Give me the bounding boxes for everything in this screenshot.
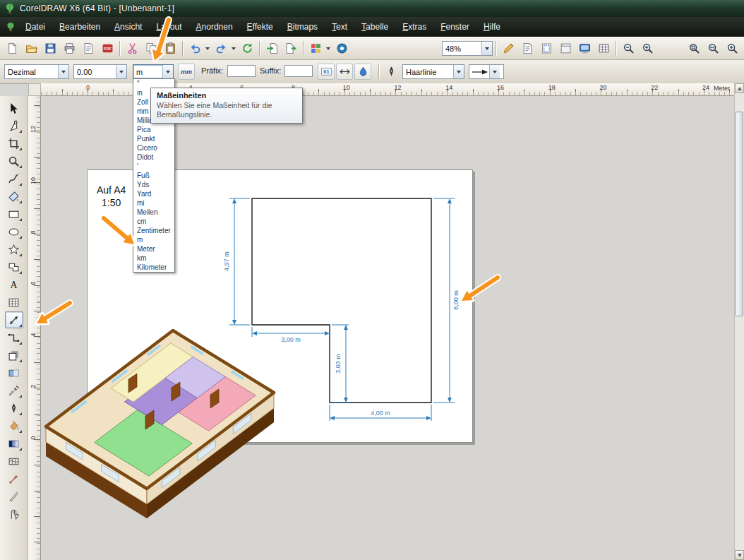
unit-option-17[interactable]: m — [133, 235, 174, 244]
tool-drop-shadow[interactable] — [5, 347, 23, 364]
floor-plan-outline[interactable] — [252, 198, 431, 403]
outline-color-button[interactable] — [354, 64, 371, 80]
unit-option-12[interactable]: Yard — [133, 189, 174, 198]
unit-option-11[interactable]: Yds — [133, 180, 174, 189]
unit-option-15[interactable]: cm — [133, 217, 174, 226]
tool-color-eyedropper[interactable] — [5, 382, 23, 399]
tool-transparency[interactable] — [5, 364, 23, 381]
open-button[interactable] — [22, 40, 40, 58]
document-properties-button[interactable] — [518, 40, 536, 58]
artistic-pen-button[interactable] — [499, 40, 517, 58]
tool-text[interactable] — [5, 276, 23, 293]
menu-hilfe[interactable]: Hilfe — [476, 17, 508, 37]
zoom-out-button[interactable] — [619, 40, 637, 58]
undo-dropdown-caret[interactable] — [204, 40, 211, 58]
undo-button[interactable] — [186, 40, 204, 58]
menu-effekte[interactable]: Effekte — [240, 17, 280, 37]
new-document-button[interactable] — [3, 40, 21, 58]
tool-connector[interactable] — [5, 329, 23, 346]
menu-anordnen[interactable]: Anordnen — [189, 17, 240, 37]
publish-pdf-button[interactable] — [98, 40, 116, 58]
menu-extras[interactable]: Extras — [395, 17, 433, 37]
chevron-down-icon[interactable] — [481, 42, 492, 55]
chevron-down-icon[interactable] — [116, 65, 126, 78]
cut-button[interactable] — [123, 40, 141, 58]
tool-pan[interactable] — [5, 506, 23, 523]
dynamic-dimensioning-button[interactable] — [318, 64, 335, 80]
tool-basic-shapes[interactable] — [5, 258, 23, 275]
tool-freehand[interactable] — [5, 170, 23, 187]
clipboard-view-button[interactable] — [556, 40, 575, 58]
corel-connect-button[interactable] — [332, 40, 351, 58]
tool-outline-pen[interactable] — [5, 400, 23, 417]
unit-option-14[interactable]: Meilen — [133, 208, 174, 217]
zoom-level-combo[interactable]: 48% — [442, 41, 493, 56]
outline-width-combo[interactable]: Haarlinie — [402, 64, 464, 79]
prefix-input[interactable] — [227, 65, 256, 77]
print-preview-button[interactable] — [79, 40, 97, 58]
unit-option-7[interactable]: Cicero — [133, 143, 174, 153]
scrollbar-thumb[interactable] — [736, 112, 743, 316]
vertical-scrollbar[interactable] — [734, 83, 744, 560]
save-button[interactable] — [41, 40, 59, 58]
line-style-combo[interactable] — [469, 64, 504, 79]
page-layout-button[interactable] — [537, 40, 556, 58]
fullscreen-preview-button[interactable] — [575, 40, 594, 58]
dimension-precision-combo[interactable]: 0.00 — [73, 64, 127, 79]
tool-table[interactable] — [5, 294, 23, 311]
show-units-toggle[interactable]: mm — [178, 64, 195, 80]
unit-option-5[interactable]: Pica — [133, 125, 174, 134]
chevron-down-icon[interactable] — [162, 65, 173, 78]
paste-button[interactable] — [161, 40, 179, 58]
redo-dropdown-caret[interactable] — [230, 40, 237, 58]
unit-option-20[interactable]: Kilometer — [133, 263, 174, 272]
unit-option-10[interactable]: Fuß — [133, 171, 174, 180]
tool-crop[interactable] — [5, 135, 23, 152]
redo-button[interactable] — [212, 40, 230, 58]
menu-layout[interactable]: Layout — [149, 17, 188, 37]
application-launcher-button[interactable] — [306, 40, 325, 58]
zoom-to-selection-button[interactable] — [723, 40, 741, 58]
scroll-down-button[interactable] — [735, 550, 744, 560]
print-button[interactable] — [60, 40, 78, 58]
tool-shape[interactable] — [5, 117, 23, 134]
import-button[interactable] — [263, 40, 281, 58]
dimension-text-position-button[interactable] — [336, 64, 353, 80]
tool-ellipse[interactable] — [5, 223, 23, 240]
tool-interactive-fill[interactable] — [5, 435, 23, 452]
tool-smart-fill[interactable] — [5, 188, 23, 205]
chevron-down-icon[interactable] — [489, 65, 500, 78]
chevron-down-icon[interactable] — [58, 65, 68, 78]
vertical-ruler[interactable]: 121086420 — [28, 96, 41, 560]
tool-mesh-fill[interactable] — [5, 453, 23, 470]
unit-option-19[interactable]: km — [133, 254, 174, 263]
tool-pick[interactable] — [5, 100, 23, 117]
menu-bearbeiten[interactable]: Bearbeiten — [52, 17, 107, 37]
unit-option-13[interactable]: mi — [133, 198, 174, 208]
application-launcher-dropdown-caret[interactable] — [325, 40, 332, 58]
tool-parallel-dimension[interactable] — [5, 311, 23, 328]
isometric-house[interactable] — [46, 330, 274, 518]
dimension-units-combo[interactable]: m — [133, 64, 174, 79]
menu-fenster[interactable]: Fenster — [433, 17, 476, 37]
unit-option-18[interactable]: Meter — [133, 244, 174, 254]
tool-artistic-media[interactable] — [5, 470, 23, 487]
chevron-down-icon[interactable] — [453, 65, 464, 78]
unit-option-6[interactable]: Punkt — [133, 134, 174, 143]
zoom-in-button[interactable] — [638, 40, 656, 58]
menu-text[interactable]: Text — [325, 17, 354, 37]
suffix-input[interactable] — [284, 65, 313, 77]
menu-tabelle[interactable]: Tabelle — [354, 17, 395, 37]
view-grid-button[interactable] — [594, 40, 613, 58]
unit-option-16[interactable]: Zentimeter — [133, 226, 174, 235]
menu-bitmaps[interactable]: Bitmaps — [280, 17, 325, 37]
zoom-to-page-button[interactable] — [685, 40, 703, 58]
unit-option-9[interactable]: ' — [133, 162, 174, 171]
refresh-button[interactable] — [238, 40, 256, 58]
tool-rectangle[interactable] — [5, 205, 23, 222]
tool-polygon[interactable] — [5, 241, 23, 258]
ruler-origin[interactable] — [28, 83, 41, 96]
unit-option-8[interactable]: Didot — [133, 153, 174, 162]
menu-ansicht[interactable]: Ansicht — [107, 17, 149, 37]
copy-button[interactable] — [142, 40, 160, 58]
